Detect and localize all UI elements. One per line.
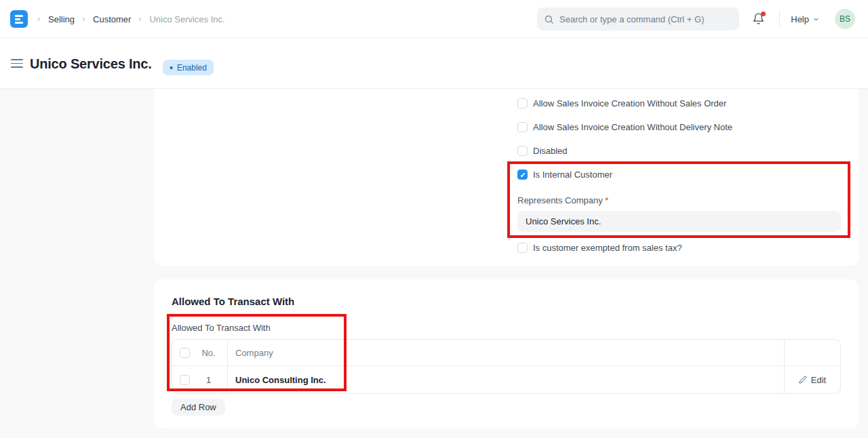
status-dot-icon: • [170, 63, 173, 73]
grid-cell-no: 1 [172, 366, 228, 393]
checkbox-checked[interactable] [517, 170, 528, 180]
page-title: Unico Services Inc. [30, 56, 152, 72]
checkbox-label: Disabled [533, 146, 568, 156]
status-badge-label: Enabled [177, 63, 207, 73]
navbar-right: Help BS [752, 0, 855, 38]
checkbox-row-is-internal-customer[interactable]: Is Internal Customer [517, 170, 612, 180]
checkbox-label: Is customer exempted from sales tax? [533, 243, 682, 253]
no-column-header: No. [190, 348, 227, 358]
represents-company-label: Represents Company * [517, 195, 608, 205]
row-select-checkbox[interactable] [180, 375, 190, 385]
search-input[interactable] [559, 14, 732, 24]
grid-header-cell-company: Company [228, 340, 785, 365]
row-number: 1 [190, 375, 227, 385]
chevron-down-icon [812, 16, 820, 23]
grid-data-row[interactable]: 1 Unico Consulting Inc. Edit [172, 366, 840, 393]
erpnext-logo-icon[interactable] [10, 10, 28, 28]
add-row-button[interactable]: Add Row [172, 399, 225, 416]
checkbox-label: Allow Sales Invoice Creation Without Sal… [533, 98, 726, 108]
allowed-to-transact-section: Allowed To Transact With Allowed To Tran… [154, 279, 859, 429]
grid-cell-company[interactable]: Unico Consulting Inc. [228, 366, 785, 393]
checkbox-unchecked[interactable] [517, 243, 528, 253]
page-header: Unico Services Inc. • Enabled Accounting… [0, 38, 868, 89]
section-heading: Allowed To Transact With [172, 296, 294, 307]
grid-header-row: No. Company [172, 340, 840, 366]
breadcrumb-item-customer[interactable]: Customer [93, 14, 131, 24]
sidebar-toggle-icon[interactable] [11, 59, 23, 68]
notification-bell-icon[interactable] [752, 12, 766, 26]
breadcrumb: Selling Customer Unico Services Inc. [36, 0, 225, 38]
search-icon [544, 14, 554, 24]
navbar-divider [779, 10, 780, 28]
checkbox-row-allow-si-without-so[interactable]: Allow Sales Invoice Creation Without Sal… [517, 98, 726, 108]
customer-settings-section: Allow Sales Invoice Creation Without Sal… [154, 89, 859, 266]
checkbox-unchecked[interactable] [517, 98, 528, 108]
checkbox-label: Is Internal Customer [533, 170, 612, 180]
checkbox-unchecked[interactable] [517, 146, 528, 156]
global-search[interactable] [537, 7, 739, 31]
status-badge: • Enabled [163, 60, 214, 75]
represents-company-input[interactable] [517, 211, 841, 232]
grid-field-label: Allowed To Transact With [172, 323, 271, 333]
grid-cell-actions: Edit [785, 366, 840, 393]
breadcrumb-item-selling[interactable]: Selling [48, 14, 75, 24]
help-menu[interactable]: Help [791, 14, 820, 24]
transact-grid: No. Company 1 Unico Consulting Inc. [172, 339, 841, 394]
select-all-checkbox[interactable] [180, 348, 190, 358]
chevron-right-icon [137, 16, 143, 22]
app-window: Selling Customer Unico Services Inc. [0, 0, 868, 438]
required-marker: * [605, 195, 608, 205]
help-label: Help [791, 14, 809, 24]
checkbox-label: Allow Sales Invoice Creation Without Del… [533, 122, 732, 132]
chevron-right-icon [81, 16, 87, 22]
breadcrumb-item-current: Unico Services Inc. [149, 14, 224, 24]
top-navbar: Selling Customer Unico Services Inc. [0, 0, 868, 38]
checkbox-row-disabled[interactable]: Disabled [517, 146, 568, 156]
user-avatar[interactable]: BS [835, 9, 855, 29]
checkbox-unchecked[interactable] [517, 122, 528, 132]
grid-header-cell-no: No. [172, 340, 228, 365]
edit-row-button[interactable]: Edit [799, 375, 826, 385]
chevron-right-icon [36, 16, 42, 22]
grid-header-cell-actions [785, 340, 840, 365]
form-scroll-area: Allow Sales Invoice Creation Without Sal… [0, 89, 868, 438]
checkbox-row-allow-si-without-dn[interactable]: Allow Sales Invoice Creation Without Del… [517, 122, 732, 132]
pencil-icon [799, 376, 807, 384]
checkbox-row-tax-exempt[interactable]: Is customer exempted from sales tax? [517, 243, 682, 253]
